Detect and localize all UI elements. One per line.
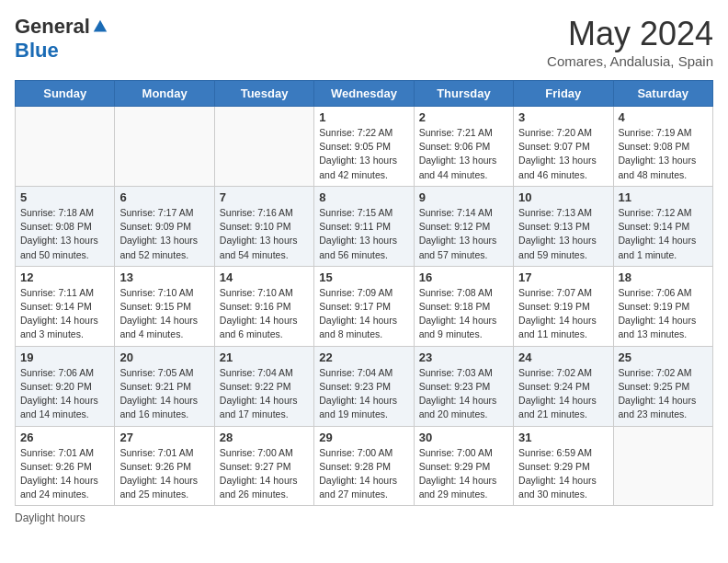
day-info: Sunrise: 6:59 AM Sunset: 9:29 PM Dayligh… — [518, 446, 608, 502]
calendar-day-header: Thursday — [414, 81, 513, 107]
day-number: 11 — [619, 190, 708, 204]
day-info: Sunrise: 7:09 AM Sunset: 9:17 PM Dayligh… — [319, 286, 408, 342]
calendar-week-row: 26Sunrise: 7:01 AM Sunset: 9:26 PM Dayli… — [16, 426, 713, 506]
calendar-day-cell: 7Sunrise: 7:16 AM Sunset: 9:10 PM Daylig… — [214, 186, 313, 266]
month-year-title: May 2024 — [547, 15, 713, 53]
day-number: 2 — [419, 110, 508, 124]
day-info: Sunrise: 7:22 AM Sunset: 9:05 PM Dayligh… — [319, 126, 408, 182]
day-number: 31 — [518, 431, 608, 444]
day-number: 9 — [419, 190, 508, 204]
calendar-day-cell: 13Sunrise: 7:10 AM Sunset: 9:15 PM Dayli… — [115, 266, 214, 346]
day-info: Sunrise: 7:14 AM Sunset: 9:12 PM Dayligh… — [419, 206, 508, 262]
day-info: Sunrise: 7:19 AM Sunset: 9:08 PM Dayligh… — [619, 126, 708, 182]
daylight-label: Daylight hours — [15, 511, 85, 524]
day-info: Sunrise: 7:04 AM Sunset: 9:22 PM Dayligh… — [220, 366, 309, 422]
logo-general-text: General — [15, 15, 90, 39]
calendar-day-cell: 20Sunrise: 7:05 AM Sunset: 9:21 PM Dayli… — [115, 346, 214, 426]
day-info: Sunrise: 7:04 AM Sunset: 9:23 PM Dayligh… — [319, 366, 408, 422]
day-number: 21 — [220, 350, 309, 364]
calendar-day-cell: 23Sunrise: 7:03 AM Sunset: 9:23 PM Dayli… — [414, 346, 513, 426]
calendar-week-row: 19Sunrise: 7:06 AM Sunset: 9:20 PM Dayli… — [16, 346, 713, 426]
day-info: Sunrise: 7:00 AM Sunset: 9:28 PM Dayligh… — [319, 446, 408, 502]
title-block: May 2024 Comares, Andalusia, Spain — [547, 15, 713, 69]
day-info: Sunrise: 7:01 AM Sunset: 9:26 PM Dayligh… — [119, 446, 209, 502]
calendar-day-cell — [115, 107, 214, 187]
calendar-day-cell: 2Sunrise: 7:21 AM Sunset: 9:06 PM Daylig… — [414, 107, 513, 187]
day-info: Sunrise: 7:02 AM Sunset: 9:25 PM Dayligh… — [619, 366, 708, 422]
calendar-day-cell: 3Sunrise: 7:20 AM Sunset: 9:07 PM Daylig… — [514, 107, 613, 187]
day-number: 20 — [119, 350, 209, 364]
day-number: 30 — [419, 431, 508, 444]
calendar-day-cell: 25Sunrise: 7:02 AM Sunset: 9:25 PM Dayli… — [613, 346, 712, 426]
day-number: 25 — [619, 350, 708, 364]
calendar-day-cell: 28Sunrise: 7:00 AM Sunset: 9:27 PM Dayli… — [214, 426, 313, 506]
day-info: Sunrise: 7:11 AM Sunset: 9:14 PM Dayligh… — [20, 286, 109, 342]
calendar-day-cell — [613, 426, 712, 506]
day-info: Sunrise: 7:17 AM Sunset: 9:09 PM Dayligh… — [119, 206, 209, 262]
calendar-day-cell: 8Sunrise: 7:15 AM Sunset: 9:11 PM Daylig… — [314, 186, 414, 266]
footer-note: Daylight hours — [15, 511, 713, 524]
calendar-week-row: 12Sunrise: 7:11 AM Sunset: 9:14 PM Dayli… — [16, 266, 713, 346]
calendar-day-header: Friday — [514, 81, 613, 107]
day-info: Sunrise: 7:13 AM Sunset: 9:13 PM Dayligh… — [518, 206, 608, 262]
day-number: 5 — [20, 190, 109, 204]
day-number: 23 — [419, 350, 508, 364]
day-info: Sunrise: 7:08 AM Sunset: 9:18 PM Dayligh… — [419, 286, 508, 342]
day-number: 27 — [119, 431, 209, 444]
calendar-day-cell: 27Sunrise: 7:01 AM Sunset: 9:26 PM Dayli… — [115, 426, 214, 506]
calendar-table: SundayMondayTuesdayWednesdayThursdayFrid… — [15, 80, 713, 506]
day-info: Sunrise: 7:10 AM Sunset: 9:16 PM Dayligh… — [220, 286, 309, 342]
day-number: 7 — [220, 190, 309, 204]
day-number: 16 — [419, 270, 508, 284]
calendar-day-header: Tuesday — [214, 81, 313, 107]
calendar-day-cell: 9Sunrise: 7:14 AM Sunset: 9:12 PM Daylig… — [414, 186, 513, 266]
day-number: 10 — [518, 190, 608, 204]
day-info: Sunrise: 7:03 AM Sunset: 9:23 PM Dayligh… — [419, 366, 508, 422]
day-number: 3 — [518, 110, 608, 124]
day-info: Sunrise: 7:00 AM Sunset: 9:27 PM Dayligh… — [220, 446, 309, 502]
day-number: 17 — [518, 270, 608, 284]
calendar-day-cell: 5Sunrise: 7:18 AM Sunset: 9:08 PM Daylig… — [16, 186, 115, 266]
day-info: Sunrise: 7:12 AM Sunset: 9:14 PM Dayligh… — [619, 206, 708, 262]
day-number: 18 — [619, 270, 708, 284]
day-number: 6 — [119, 190, 209, 204]
calendar-day-cell: 15Sunrise: 7:09 AM Sunset: 9:17 PM Dayli… — [314, 266, 414, 346]
calendar-day-cell: 19Sunrise: 7:06 AM Sunset: 9:20 PM Dayli… — [16, 346, 115, 426]
day-number: 13 — [119, 270, 209, 284]
day-number: 19 — [20, 350, 109, 364]
day-number: 15 — [319, 270, 408, 284]
calendar-day-cell — [214, 107, 313, 187]
svg-marker-0 — [94, 20, 107, 32]
calendar-week-row: 1Sunrise: 7:22 AM Sunset: 9:05 PM Daylig… — [16, 107, 713, 187]
day-info: Sunrise: 7:02 AM Sunset: 9:24 PM Dayligh… — [518, 366, 608, 422]
day-number: 22 — [319, 350, 408, 364]
day-info: Sunrise: 7:00 AM Sunset: 9:29 PM Dayligh… — [419, 446, 508, 502]
day-number: 12 — [20, 270, 109, 284]
calendar-day-cell: 6Sunrise: 7:17 AM Sunset: 9:09 PM Daylig… — [115, 186, 214, 266]
calendar-day-cell: 10Sunrise: 7:13 AM Sunset: 9:13 PM Dayli… — [514, 186, 613, 266]
day-info: Sunrise: 7:01 AM Sunset: 9:26 PM Dayligh… — [20, 446, 109, 502]
calendar-day-header: Sunday — [16, 81, 115, 107]
calendar-day-cell: 18Sunrise: 7:06 AM Sunset: 9:19 PM Dayli… — [613, 266, 712, 346]
calendar-day-cell — [16, 107, 115, 187]
day-info: Sunrise: 7:10 AM Sunset: 9:15 PM Dayligh… — [119, 286, 209, 342]
day-info: Sunrise: 7:18 AM Sunset: 9:08 PM Dayligh… — [20, 206, 109, 262]
logo-icon — [92, 18, 108, 35]
day-info: Sunrise: 7:06 AM Sunset: 9:20 PM Dayligh… — [20, 366, 109, 422]
calendar-day-cell: 31Sunrise: 6:59 AM Sunset: 9:29 PM Dayli… — [514, 426, 613, 506]
calendar-day-header: Wednesday — [314, 81, 414, 107]
logo-blue-text: Blue — [15, 39, 59, 63]
day-info: Sunrise: 7:06 AM Sunset: 9:19 PM Dayligh… — [619, 286, 708, 342]
day-number: 1 — [319, 110, 408, 124]
calendar-day-cell: 30Sunrise: 7:00 AM Sunset: 9:29 PM Dayli… — [414, 426, 513, 506]
calendar-day-cell: 22Sunrise: 7:04 AM Sunset: 9:23 PM Dayli… — [314, 346, 414, 426]
day-info: Sunrise: 7:21 AM Sunset: 9:06 PM Dayligh… — [419, 126, 508, 182]
calendar-day-cell: 16Sunrise: 7:08 AM Sunset: 9:18 PM Dayli… — [414, 266, 513, 346]
calendar-day-cell: 4Sunrise: 7:19 AM Sunset: 9:08 PM Daylig… — [613, 107, 712, 187]
calendar-day-cell: 17Sunrise: 7:07 AM Sunset: 9:19 PM Dayli… — [514, 266, 613, 346]
day-number: 14 — [220, 270, 309, 284]
day-info: Sunrise: 7:15 AM Sunset: 9:11 PM Dayligh… — [319, 206, 408, 262]
location-subtitle: Comares, Andalusia, Spain — [547, 53, 713, 69]
logo: General Blue — [15, 15, 108, 63]
calendar-day-cell: 12Sunrise: 7:11 AM Sunset: 9:14 PM Dayli… — [16, 266, 115, 346]
